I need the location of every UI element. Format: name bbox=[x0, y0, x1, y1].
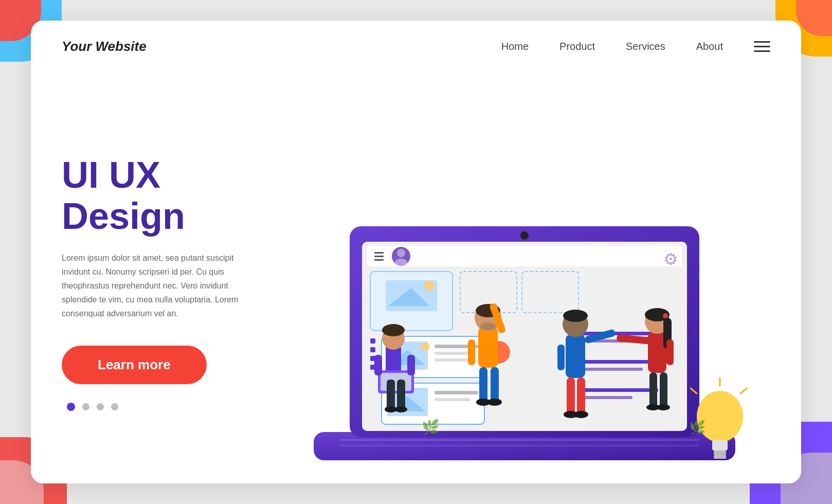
illustration-svg: ⚙ bbox=[298, 185, 761, 483]
svg-rect-19 bbox=[370, 338, 375, 344]
carousel-dots bbox=[67, 403, 309, 411]
hero-title-line2: Design bbox=[62, 195, 185, 237]
svg-rect-69 bbox=[567, 377, 575, 416]
svg-rect-49 bbox=[407, 355, 415, 375]
svg-rect-70 bbox=[577, 377, 585, 416]
svg-point-66 bbox=[563, 310, 588, 322]
svg-rect-6 bbox=[367, 246, 682, 266]
hamburger-line-2 bbox=[754, 46, 770, 47]
svg-text:🌿: 🌿 bbox=[422, 419, 440, 436]
nav-link-product[interactable]: Product bbox=[559, 41, 595, 52]
svg-rect-40 bbox=[581, 388, 658, 392]
hero-title: UI UX Design bbox=[62, 155, 309, 236]
hamburger-menu[interactable] bbox=[754, 41, 770, 52]
main-content: UI UX Design Lorem ipsum dolor sit amet,… bbox=[31, 72, 801, 483]
svg-rect-79 bbox=[666, 339, 674, 365]
svg-rect-8 bbox=[374, 256, 384, 257]
svg-rect-39 bbox=[581, 368, 643, 371]
nav-link-services[interactable]: Services bbox=[626, 41, 665, 52]
navbar: Your Website Home Product Services About bbox=[31, 21, 801, 72]
dot-1[interactable] bbox=[67, 403, 75, 411]
hero-text-section: UI UX Design Lorem ipsum dolor sit amet,… bbox=[62, 145, 309, 410]
nav-links: Home Product Services About bbox=[501, 41, 723, 52]
svg-text:🌿: 🌿 bbox=[689, 419, 706, 436]
main-card: Your Website Home Product Services About bbox=[31, 21, 801, 483]
svg-point-63 bbox=[487, 399, 502, 406]
svg-rect-28 bbox=[435, 352, 471, 355]
hero-illustration: ⚙ bbox=[309, 72, 770, 483]
svg-point-72 bbox=[574, 411, 588, 418]
svg-point-16 bbox=[424, 280, 435, 291]
nav-link-about[interactable]: About bbox=[696, 41, 723, 52]
svg-rect-59 bbox=[468, 339, 475, 365]
svg-rect-51 bbox=[397, 380, 405, 410]
svg-rect-41 bbox=[581, 396, 632, 399]
svg-point-12 bbox=[395, 259, 407, 266]
svg-rect-50 bbox=[387, 380, 395, 410]
svg-rect-54 bbox=[478, 327, 498, 368]
svg-point-53 bbox=[395, 406, 407, 412]
svg-rect-87 bbox=[714, 455, 726, 459]
hero-body-text: Lorem ipsum dolor sit amet, sea putant s… bbox=[62, 251, 257, 321]
svg-point-83 bbox=[657, 404, 670, 410]
hero-title-line1: UI UX bbox=[62, 154, 160, 195]
svg-rect-85 bbox=[712, 440, 728, 451]
svg-rect-1 bbox=[339, 439, 699, 441]
svg-text:⚙: ⚙ bbox=[663, 250, 678, 268]
site-logo: Your Website bbox=[62, 39, 147, 55]
hamburger-line-3 bbox=[754, 50, 770, 52]
svg-rect-20 bbox=[370, 347, 375, 352]
svg-rect-86 bbox=[714, 451, 726, 455]
hamburger-line-1 bbox=[754, 41, 770, 43]
svg-rect-48 bbox=[374, 355, 382, 375]
nav-item-product[interactable]: Product bbox=[559, 41, 595, 52]
svg-point-45 bbox=[382, 324, 405, 336]
svg-rect-80 bbox=[649, 372, 657, 408]
svg-line-89 bbox=[740, 388, 747, 393]
dot-4[interactable] bbox=[111, 403, 118, 410]
svg-point-26 bbox=[421, 343, 429, 351]
svg-point-77 bbox=[663, 313, 668, 318]
nav-item-services[interactable]: Services bbox=[626, 41, 665, 52]
svg-point-57 bbox=[480, 322, 496, 331]
svg-rect-68 bbox=[557, 345, 565, 370]
svg-rect-61 bbox=[491, 367, 499, 403]
svg-rect-2 bbox=[339, 445, 699, 446]
nav-link-home[interactable]: Home bbox=[501, 41, 529, 52]
nav-item-home[interactable]: Home bbox=[501, 41, 529, 52]
svg-rect-9 bbox=[374, 259, 384, 261]
svg-point-4 bbox=[520, 231, 529, 240]
svg-point-11 bbox=[397, 249, 405, 257]
dot-2[interactable] bbox=[82, 403, 89, 410]
svg-rect-35 bbox=[435, 398, 471, 401]
nav-item-about[interactable]: About bbox=[696, 41, 723, 52]
svg-rect-7 bbox=[374, 252, 384, 254]
svg-rect-64 bbox=[566, 334, 585, 378]
learn-more-button[interactable]: Learn more bbox=[62, 346, 207, 384]
svg-rect-34 bbox=[435, 391, 478, 394]
svg-rect-60 bbox=[479, 367, 487, 403]
svg-rect-81 bbox=[660, 372, 667, 408]
dot-3[interactable] bbox=[97, 403, 104, 410]
svg-rect-47 bbox=[381, 373, 411, 391]
